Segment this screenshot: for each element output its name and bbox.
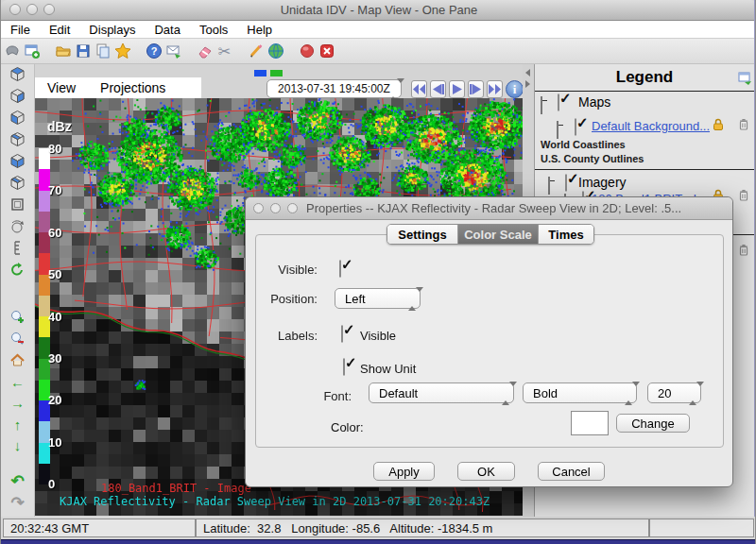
collapse-left-icon[interactable] [525, 69, 530, 76]
last-frame-icon[interactable] [487, 80, 503, 98]
help-icon[interactable]: ? [145, 42, 163, 60]
cube-south-icon[interactable] [9, 131, 26, 147]
cube-front-icon[interactable] [9, 153, 26, 169]
colorbar-tick-label: 40 [48, 310, 61, 324]
visible-checkbox[interactable] [339, 260, 341, 278]
font-size-dropdown[interactable]: 20 [647, 382, 701, 403]
color-swatch [571, 411, 609, 435]
image-layer-annotation: 180_Band1_BRIT - Image [101, 482, 251, 495]
dialog-close-icon[interactable] [253, 203, 264, 213]
time-stepper-icon[interactable] [389, 83, 396, 96]
cube-north-icon[interactable] [9, 88, 26, 104]
capture-icon[interactable] [3, 42, 21, 60]
colorbar-tick-label: 30 [48, 351, 61, 366]
default-background-toggle-icon[interactable] [557, 121, 558, 139]
trash-icon[interactable] [736, 187, 751, 206]
cancel-button[interactable]: Cancel [538, 462, 605, 481]
radar-layer-annotation: KJAX Reflectivity - Radar Sweep View in … [60, 495, 490, 508]
legend-sublayer: U.S. County Outlines [541, 153, 644, 164]
menu-help[interactable]: Help [237, 23, 282, 37]
default-background-checkbox[interactable] [575, 118, 576, 136]
imagery-toggle-icon[interactable] [548, 177, 550, 195]
tab-color-scale[interactable]: Color Scale [458, 225, 539, 244]
labels-visible-checkbox[interactable] [341, 325, 343, 343]
ruler-icon[interactable] [9, 240, 26, 256]
float-legend-icon[interactable] [737, 70, 752, 89]
menu-data[interactable]: Data [145, 23, 189, 37]
box-outline-icon[interactable] [9, 196, 26, 212]
map-menu-strip: View Projections [35, 77, 201, 98]
globe-icon[interactable] [266, 42, 284, 60]
cut-scissors-icon[interactable]: ✂ [215, 42, 233, 60]
play-icon[interactable] [449, 80, 465, 98]
dialog-title-bar: Properties -- KJAX Reflectivity - Radar … [246, 197, 732, 220]
save-icon[interactable] [74, 42, 92, 60]
pan-left-icon[interactable]: ← [9, 374, 26, 390]
time-selector[interactable]: 2013-07-31 19:45:00Z [266, 79, 402, 98]
cube-top-icon[interactable] [9, 66, 26, 82]
colorbar-tick-label: 0 [48, 477, 55, 491]
apply-button[interactable]: Apply [373, 462, 435, 481]
stop-icon[interactable] [298, 42, 316, 60]
zoom-in-icon[interactable] [9, 309, 26, 325]
window-bottom-edge [1, 539, 756, 544]
home-view-icon[interactable] [9, 352, 26, 368]
dropdown-stepper-icon [408, 292, 415, 306]
trash-icon[interactable] [736, 242, 751, 261]
trash-icon[interactable] [736, 116, 751, 135]
svg-text:?: ? [150, 45, 157, 57]
clock-status: 20:32:43 GMT [3, 518, 196, 537]
first-frame-icon[interactable] [411, 80, 427, 98]
animation-info-icon[interactable]: i [506, 80, 524, 98]
ok-button[interactable]: OK [457, 462, 515, 481]
map-menu-projections[interactable]: Projections [88, 80, 178, 95]
font-label: Font: [295, 389, 352, 403]
zoom-out-icon[interactable] [9, 331, 26, 347]
dialog-minimize-icon[interactable] [270, 203, 281, 213]
show-unit-checkbox[interactable] [343, 358, 345, 376]
reset-rotation-icon[interactable] [9, 262, 26, 278]
dialog-zoom-icon[interactable] [287, 203, 298, 213]
edit-pencil-icon[interactable] [247, 42, 265, 60]
eraser-icon[interactable] [196, 42, 214, 60]
menu-file[interactable]: File [1, 23, 40, 37]
copy-icon[interactable] [94, 42, 112, 60]
font-name-dropdown[interactable]: Default [369, 382, 514, 403]
color-label: Color: [331, 420, 364, 434]
undo-icon[interactable]: ↶ [9, 474, 26, 490]
tab-settings[interactable]: Settings [387, 225, 458, 244]
map-menu-view[interactable]: View [35, 80, 88, 95]
colorbar-tick-label: 70 [48, 183, 61, 197]
collapse-right-icon[interactable] [525, 80, 530, 88]
pan-down-icon[interactable]: ↓ [9, 438, 26, 454]
legend-section-maps: Maps [578, 94, 610, 110]
imagery-visible-checkbox[interactable] [565, 174, 567, 192]
cube-west-icon[interactable] [9, 175, 26, 191]
new-window-icon[interactable] [23, 42, 41, 60]
properties-dialog: Properties -- KJAX Reflectivity - Radar … [245, 196, 733, 487]
redo-icon[interactable]: ↷ [9, 495, 26, 511]
colorbar-tick-label: 20 [48, 393, 61, 407]
step-forward-icon[interactable] [468, 80, 484, 98]
remove-icon[interactable] [318, 42, 335, 60]
cube-east-icon[interactable] [9, 110, 26, 126]
position-dropdown[interactable]: Left [335, 288, 421, 309]
font-style-dropdown[interactable]: Bold [523, 382, 637, 403]
menu-edit[interactable]: Edit [40, 23, 79, 37]
rotate-globe-icon[interactable] [9, 218, 26, 234]
menu-tools[interactable]: Tools [190, 23, 237, 37]
support-mail-icon[interactable] [164, 42, 182, 60]
change-color-button[interactable]: Change [616, 414, 690, 433]
step-back-icon[interactable] [430, 80, 446, 98]
maps-visible-checkbox[interactable] [558, 94, 559, 111]
pan-right-icon[interactable]: → [9, 396, 26, 412]
menu-bar: File Edit Displays Data Tools Help [1, 21, 756, 39]
tab-times[interactable]: Times [539, 225, 593, 244]
maps-toggle-icon[interactable] [541, 96, 542, 114]
default-background-link[interactable]: Default Background... [592, 119, 710, 133]
open-folder-icon[interactable] [54, 42, 72, 60]
menu-displays[interactable]: Displays [79, 23, 145, 37]
pan-up-icon[interactable]: ↑ [9, 416, 26, 433]
favorites-star-icon[interactable] [113, 42, 131, 60]
lock-icon[interactable] [711, 116, 726, 135]
